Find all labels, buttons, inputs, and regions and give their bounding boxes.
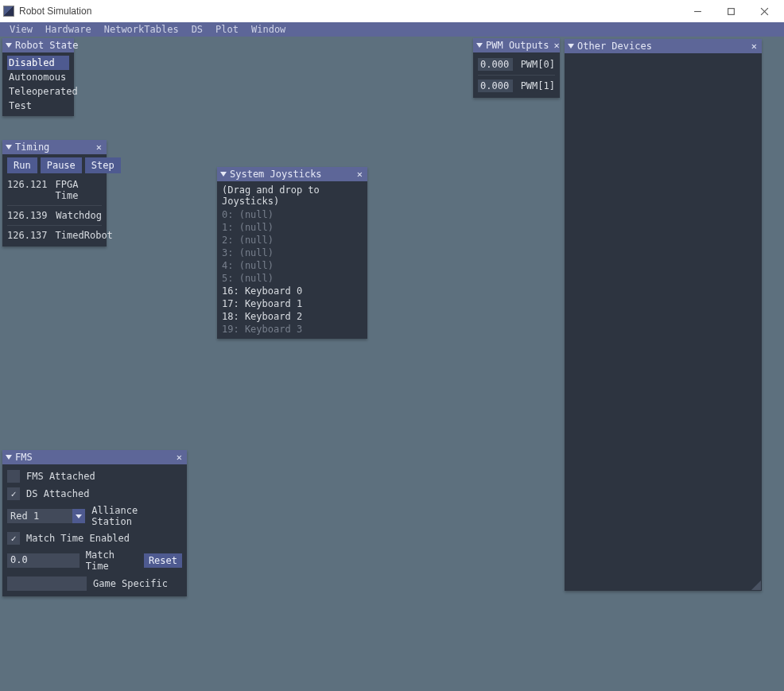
joystick-item[interactable]: 17: Keyboard 1 [222,297,363,310]
timing-label: TimedRobot [56,230,113,241]
joystick-item[interactable]: 1: (null) [222,221,363,234]
match-time-label: Match Time [86,549,138,572]
alliance-station-combo[interactable]: Red 1 [7,509,85,523]
window-title: Robot Simulation [19,6,681,17]
match-time-enabled-checkbox[interactable] [7,532,20,545]
pwm-label: PWM[0] [521,59,555,70]
pwm-value[interactable]: 0.000 [478,58,513,71]
collapse-icon[interactable] [6,145,12,149]
os-title-bar: Robot Simulation [0,0,784,22]
timing-row-timedrobot: 126.137 TimedRobot [7,227,102,243]
system-joysticks-body: (Drag and drop to Joysticks) 0: (null) 1… [217,181,367,339]
ds-attached-label: DS Attached [26,488,89,499]
match-time-input[interactable]: 0.0 [7,553,80,568]
pwm-row: 0.000 PWM[0] [478,56,555,73]
joystick-item[interactable]: 4: (null) [222,259,363,272]
maximize-button[interactable] [714,0,747,22]
panel-fms[interactable]: FMS ✕ FMS Attached DS Attached Red 1 All… [2,450,187,596]
minimize-button[interactable] [681,0,714,22]
joystick-item[interactable]: 5: (null) [222,272,363,285]
separator [478,75,555,76]
step-button[interactable]: Step [85,157,121,173]
close-icon[interactable]: ✕ [750,41,759,52]
panel-pwm-outputs[interactable]: PWM Outputs ✕ 0.000 PWM[0] 0.000 PWM[1] [473,38,560,98]
panel-header-robot-state[interactable]: Robot State [2,38,74,52]
timing-body: Run Pause Step 126.121 FPGA Time 126.139… [2,154,107,247]
ds-attached-row: DS Attached [7,485,182,503]
menu-hardware[interactable]: Hardware [39,23,98,36]
game-specific-input[interactable] [7,576,87,591]
timing-value: 126.137 [7,230,48,241]
panel-header-pwm-outputs[interactable]: PWM Outputs ✕ [473,38,560,52]
panel-title: FMS [15,452,172,463]
fms-attached-row: FMS Attached [7,468,182,485]
pause-button[interactable]: Pause [41,157,82,173]
ds-attached-checkbox[interactable] [7,487,20,500]
svg-rect-1 [728,8,734,14]
match-time-enabled-row: Match Time Enabled [7,530,182,547]
close-button[interactable] [747,0,781,22]
reset-button[interactable]: Reset [144,553,182,568]
state-autonomous[interactable]: Autonomous [7,70,69,84]
state-teleoperated[interactable]: Teleoperated [7,84,69,99]
window-controls [681,0,781,22]
timing-label: Watchdog [56,210,102,221]
pwm-row: 0.000 PWM[1] [478,77,555,95]
joystick-item[interactable]: 18: Keyboard 2 [222,310,363,323]
collapse-icon[interactable] [6,43,12,48]
close-icon[interactable]: ✕ [355,169,364,180]
joystick-item[interactable]: 2: (null) [222,234,363,247]
joystick-item[interactable]: 16: Keyboard 0 [222,285,363,297]
chevron-down-icon[interactable] [72,509,85,523]
other-devices-body [565,53,762,60]
pwm-body: 0.000 PWM[0] 0.000 PWM[1] [473,52,560,98]
panel-header-other-devices[interactable]: Other Devices ✕ [565,39,762,53]
separator [7,205,102,206]
close-icon[interactable]: ✕ [175,452,184,463]
panel-header-fms[interactable]: FMS ✕ [2,450,187,464]
panel-title: PWM Outputs [486,40,549,51]
joystick-item[interactable]: 19: Keyboard 3 [222,323,363,336]
separator [7,225,102,226]
timing-value: 126.139 [7,210,48,221]
panel-title: System Joysticks [230,169,352,180]
close-icon[interactable]: ✕ [552,40,561,51]
panel-header-timing[interactable]: Timing ✕ [2,140,107,154]
game-specific-row: Game Specific [7,574,182,593]
menu-window[interactable]: Window [245,23,292,36]
match-time-enabled-label: Match Time Enabled [26,533,130,544]
workspace: Robot State Disabled Autonomous Teleoper… [0,37,784,691]
panel-title: Other Devices [577,41,747,52]
collapse-icon[interactable] [568,44,574,49]
timing-row-fpga: 126.121 FPGA Time [7,177,102,204]
run-button[interactable]: Run [7,157,37,173]
resize-grip[interactable] [751,580,761,590]
state-disabled[interactable]: Disabled [7,56,69,70]
pwm-label: PWM[1] [521,80,555,91]
collapse-icon[interactable] [476,43,483,48]
panel-title: Robot State [15,40,78,51]
close-icon[interactable]: ✕ [95,142,103,153]
robot-state-list: Disabled Autonomous Teleoperated Test [7,56,69,113]
pwm-value[interactable]: 0.000 [478,80,513,92]
state-test[interactable]: Test [7,99,69,113]
fms-attached-checkbox[interactable] [7,470,20,483]
panel-system-joysticks[interactable]: System Joysticks ✕ (Drag and drop to Joy… [217,167,367,339]
menu-view[interactable]: View [3,23,39,36]
joysticks-list: 0: (null) 1: (null) 2: (null) 3: (null) … [222,208,363,336]
menu-networktables[interactable]: NetworkTables [98,23,185,36]
panel-robot-state[interactable]: Robot State Disabled Autonomous Teleoper… [2,38,74,116]
joystick-item[interactable]: 3: (null) [222,247,363,259]
timing-row-watchdog: 126.139 Watchdog [7,208,102,223]
fms-attached-label: FMS Attached [26,471,95,482]
alliance-station-label: Alliance Station [91,505,182,527]
panel-timing[interactable]: Timing ✕ Run Pause Step 126.121 FPGA Tim… [2,140,107,247]
timing-buttons: Run Pause Step [7,157,102,173]
collapse-icon[interactable] [220,172,227,177]
panel-header-system-joysticks[interactable]: System Joysticks ✕ [217,167,367,181]
panel-other-devices[interactable]: Other Devices ✕ [565,39,762,591]
collapse-icon[interactable] [6,455,12,460]
menu-ds[interactable]: DS [185,23,209,36]
joystick-item[interactable]: 0: (null) [222,208,363,221]
menu-plot[interactable]: Plot [209,23,245,36]
